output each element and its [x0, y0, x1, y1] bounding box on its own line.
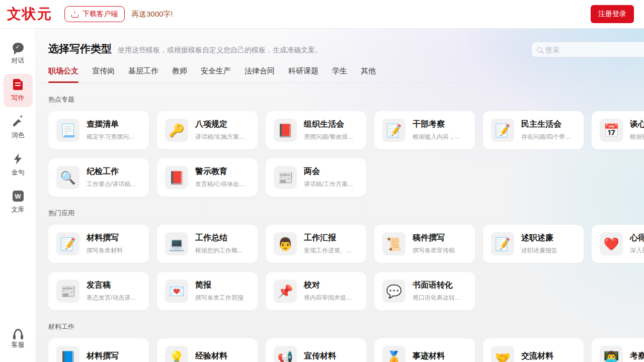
newspaper-icon: 📰 [274, 166, 297, 189]
key-icon: 🔑 [165, 119, 188, 142]
person-icon: 👨 [274, 232, 297, 255]
headset-icon [14, 325, 23, 337]
template-card[interactable]: 💻工作总结根据您的工作概... [157, 225, 258, 263]
template-card[interactable]: 📝述职述廉述职述廉报告 [483, 225, 584, 263]
writing-doc-icon [13, 78, 23, 90]
card-desc: 表态发言/动员讲... [87, 294, 135, 302]
sidebar-item-label: 对话 [12, 56, 25, 65]
template-card[interactable]: 📕警示教育发言稿/心得体会... [157, 158, 258, 197]
sidebar-item-polish[interactable]: 润色 [4, 111, 33, 144]
page-icon: 📃 [56, 119, 79, 142]
template-card[interactable]: 📕组织生活会查摆问题/整改措... [266, 111, 366, 149]
template-card[interactable]: ❤️心得体会深入部... [592, 225, 644, 263]
scroll-icon: 📜 [382, 232, 406, 255]
card-title: 发言稿 [87, 280, 135, 291]
tab-职场公文[interactable]: 职场公文 [48, 66, 78, 76]
red-book-icon: 📕 [165, 166, 188, 189]
search-input[interactable] [545, 46, 644, 54]
template-card[interactable]: 📝民主生活会存在问题/四个带... [483, 111, 584, 149]
template-card[interactable]: 🤝交流材料 [483, 338, 584, 362]
lightning-icon [14, 153, 22, 165]
register-login-button[interactable]: 注册登录 [591, 5, 634, 23]
main-content: 选择写作类型 使用这些模板，或根据模板自定义您自己的模板，生成准确文案。 职场公… [36, 29, 644, 362]
card-desc: 深入部... [630, 246, 644, 255]
card-title: 校对 [304, 280, 351, 291]
template-card[interactable]: 📘材料撰写 [48, 338, 149, 362]
template-card[interactable]: 💬书面语转化将口语化表达转... [374, 272, 475, 310]
sidebar-item-label: 文库 [12, 205, 25, 214]
card-title: 宣传材料 [304, 351, 336, 361]
library-w-icon: W [13, 190, 24, 202]
card-desc: 将口语化表达转... [413, 294, 460, 302]
card-row: 📃查摆清单规定学习查摆问...🔑八项规定讲话稿/实施方案...📕组织生活会查摆问… [48, 111, 644, 149]
template-card[interactable]: 📅谈心谈话根据输入内容，... [592, 111, 644, 149]
card-desc: 存在问题/四个带... [521, 133, 570, 141]
template-card[interactable]: 🔍纪检工作工作要点/讲话稿... [48, 158, 149, 197]
template-card[interactable]: 📰两会讲话稿/工作方案... [266, 158, 366, 197]
card-row: 📝材料撰写撰写各类材料💻工作总结根据您的工作概...👨工作汇报呈现工作进展、..… [48, 225, 644, 263]
tab-其他[interactable]: 其他 [361, 66, 376, 76]
chat-check-icon [13, 41, 24, 53]
sidebar-item-quotes[interactable]: 金句 [4, 148, 33, 182]
template-card[interactable]: 💡经验材料 [157, 338, 258, 362]
card-desc: 讲话稿/实施方案... [195, 133, 244, 141]
tab-法律合同[interactable]: 法律合同 [245, 66, 275, 76]
card-title: 组织生活会 [304, 119, 353, 130]
heart-icon: ❤️ [600, 232, 623, 255]
memo-icon: 📝 [382, 119, 406, 142]
red-book-icon: 📕 [274, 119, 297, 142]
card-title: 述职述廉 [521, 233, 557, 243]
tab-教师[interactable]: 教师 [172, 66, 187, 76]
sidebar-item-library[interactable]: W 文库 [4, 186, 33, 219]
template-card[interactable]: 🔑八项规定讲话稿/实施方案... [157, 111, 258, 149]
template-card[interactable]: 📃查摆清单规定学习查摆问... [48, 111, 149, 149]
card-desc: 发言稿/心得体会... [195, 180, 244, 189]
card-desc: 讲话稿/工作方案... [304, 180, 353, 189]
tab-基层工作[interactable]: 基层工作 [128, 66, 158, 76]
sidebar-item-support[interactable]: 客服 [4, 321, 33, 354]
card-desc: 工作要点/讲话稿... [87, 180, 135, 189]
template-card[interactable]: 👨‍💻考察材料 [592, 338, 644, 362]
template-card[interactable]: 👨工作汇报呈现工作进展、... [266, 225, 366, 263]
laptop-icon: 💻 [165, 232, 188, 255]
sidebar-item-writing[interactable]: 写作 [4, 74, 33, 107]
download-client-button[interactable]: 下载客户端 [64, 6, 125, 22]
card-title: 稿件撰写 [413, 233, 455, 243]
template-card[interactable]: 📝干部考察根据输入内容，... [374, 111, 475, 149]
calendar-icon: 📅 [600, 119, 623, 142]
pushpin-icon: 📌 [274, 280, 297, 303]
template-card[interactable]: 📌校对将内容审阅并提... [266, 272, 366, 310]
medal-icon: 🏅 [382, 346, 406, 362]
card-desc: 撰写各类工作简报 [195, 294, 244, 302]
category-tabs: 职场公文宣传岗基层工作教师安全生产法律合同科研课题学生其他 [48, 66, 644, 82]
template-card[interactable]: 📰发言稿表态发言/动员讲... [48, 272, 149, 310]
card-title: 工作总结 [195, 233, 243, 243]
card-title: 谈心谈话 [630, 119, 644, 130]
tab-宣传岗[interactable]: 宣传岗 [92, 66, 115, 76]
sidebar-item-label: 客服 [12, 340, 25, 349]
card-title: 书面语转化 [413, 280, 460, 291]
sidebar-item-label: 写作 [12, 94, 25, 103]
card-title: 材料撰写 [87, 351, 119, 361]
card-desc: 规定学习查摆问... [87, 133, 134, 141]
tab-科研课题[interactable]: 科研课题 [288, 66, 318, 76]
section: 热门应用📝材料撰写撰写各类材料💻工作总结根据您的工作概...👨工作汇报呈现工作进… [48, 209, 644, 310]
template-card[interactable]: 🏅事迹材料 [374, 338, 475, 362]
search-box[interactable] [531, 42, 644, 57]
sidebar-item-chat[interactable]: 对话 [4, 37, 33, 70]
handshake-icon: 🤝 [491, 346, 514, 362]
template-card[interactable]: 📜稿件撰写撰写各类宣传稿 [374, 225, 475, 263]
card-title: 警示教育 [195, 166, 244, 177]
template-card[interactable]: 💌简报撰写各类工作简报 [157, 272, 258, 310]
card-title: 八项规定 [195, 119, 244, 130]
card-title: 材料撰写 [87, 233, 123, 243]
tab-学生[interactable]: 学生 [332, 66, 347, 76]
section-label: 材料工作 [48, 322, 644, 331]
card-row: 📰发言稿表态发言/动员讲...💌简报撰写各类工作简报📌校对将内容审阅并提...💬… [48, 272, 644, 310]
tab-安全生产[interactable]: 安全生产 [201, 66, 231, 76]
bulb-icon: 💡 [165, 346, 188, 362]
page-subtitle: 使用这些模板，或根据模板自定义您自己的模板，生成准确文案。 [118, 46, 322, 55]
template-card[interactable]: 📝材料撰写撰写各类材料 [48, 225, 149, 263]
card-row: 📘材料撰写💡经验材料📢宣传材料🏅事迹材料🤝交流材料👨‍💻考察材料 [48, 338, 644, 362]
template-card[interactable]: 📢宣传材料 [266, 338, 366, 362]
